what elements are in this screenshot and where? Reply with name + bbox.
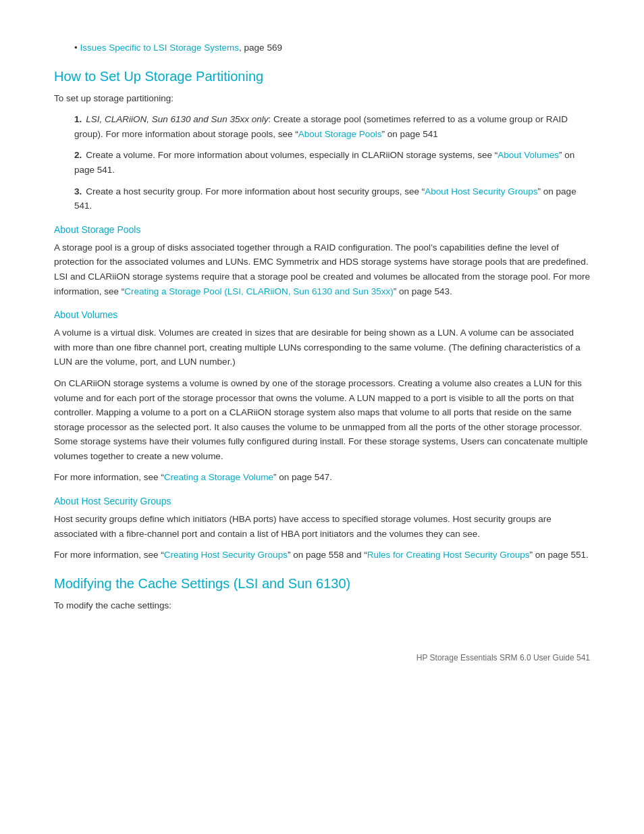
security-para2-prefix: For more information, see “ [54, 550, 164, 560]
volumes-para3: For more information, see “Creating a St… [54, 470, 590, 485]
section2-heading: Modifying the Cache Settings (LSI and Su… [54, 576, 590, 592]
creating-host-security-groups-link[interactable]: Creating Host Security Groups [164, 550, 288, 560]
step-2-text: Create a volume. For more information ab… [86, 150, 498, 160]
page-footer: HP Storage Essentials SRM 6.0 User Guide… [54, 653, 590, 662]
step-1: 1.LSI, CLARiiON, Sun 6130 and Sun 35xx o… [74, 112, 590, 141]
security-para2-suffix: ” on page 551. [530, 550, 589, 560]
section1-intro: To set up storage partitioning: [54, 91, 590, 106]
step-2-number: 2. [74, 150, 82, 160]
security-para2-mid: ” on page 558 and “ [288, 550, 367, 560]
page-content: Issues Specific to LSI Storage Systems, … [54, 41, 590, 662]
section1-steps: 1.LSI, CLARiiON, Sun 6130 and Sun 35xx o… [74, 112, 590, 213]
bullet-item-lsi: Issues Specific to LSI Storage Systems, … [74, 41, 590, 55]
storage-pools-para: A storage pool is a group of disks assoc… [54, 240, 590, 298]
volumes-para3-suffix: ” on page 547. [273, 472, 332, 482]
security-para2: For more information, see “Creating Host… [54, 548, 590, 563]
volumes-para3-prefix: For more information, see “ [54, 472, 164, 482]
section2-intro: To modify the cache settings: [54, 598, 590, 613]
step-2: 2.Create a volume. For more information … [74, 148, 590, 177]
lsi-storage-link[interactable]: Issues Specific to LSI Storage Systems [80, 43, 239, 53]
creating-storage-pool-link[interactable]: Creating a Storage Pool (LSI, CLARiiON, … [124, 286, 393, 296]
storage-pools-heading: About Storage Pools [54, 224, 590, 235]
step-1-italic: LSI, CLARiiON, Sun 6130 and Sun 35xx onl… [86, 114, 268, 124]
storage-pools-para1-suffix: ” on page 543. [394, 286, 452, 296]
step-1-number: 1. [74, 114, 82, 124]
step-1-suffix: ” on page 541 [382, 129, 438, 139]
about-host-security-groups-link-1[interactable]: About Host Security Groups [425, 186, 537, 197]
about-volumes-link-1[interactable]: About Volumes [498, 150, 559, 160]
top-bullet-list: Issues Specific to LSI Storage Systems, … [54, 41, 590, 55]
host-security-heading: About Host Security Groups [54, 496, 590, 506]
volumes-heading: About Volumes [54, 309, 590, 320]
security-para1: Host security groups define which initia… [54, 512, 590, 541]
footer-text: HP Storage Essentials SRM 6.0 User Guide… [417, 653, 590, 662]
step-3: 3.Create a host security group. For more… [74, 184, 590, 213]
creating-storage-volume-link[interactable]: Creating a Storage Volume [164, 472, 273, 482]
step-3-text: Create a host security group. For more i… [86, 186, 425, 197]
volumes-para2: On CLARiiON storage systems a volume is … [54, 376, 590, 464]
rules-for-creating-link[interactable]: Rules for Creating Host Security Groups [367, 550, 530, 560]
about-storage-pools-link-1[interactable]: About Storage Pools [298, 129, 382, 139]
step-3-number: 3. [74, 186, 82, 197]
section1-heading: How to Set Up Storage Partitioning [54, 69, 590, 84]
bullet-item-suffix: , page 569 [239, 43, 282, 53]
volumes-para1: A volume is a virtual disk. Volumes are … [54, 325, 590, 369]
